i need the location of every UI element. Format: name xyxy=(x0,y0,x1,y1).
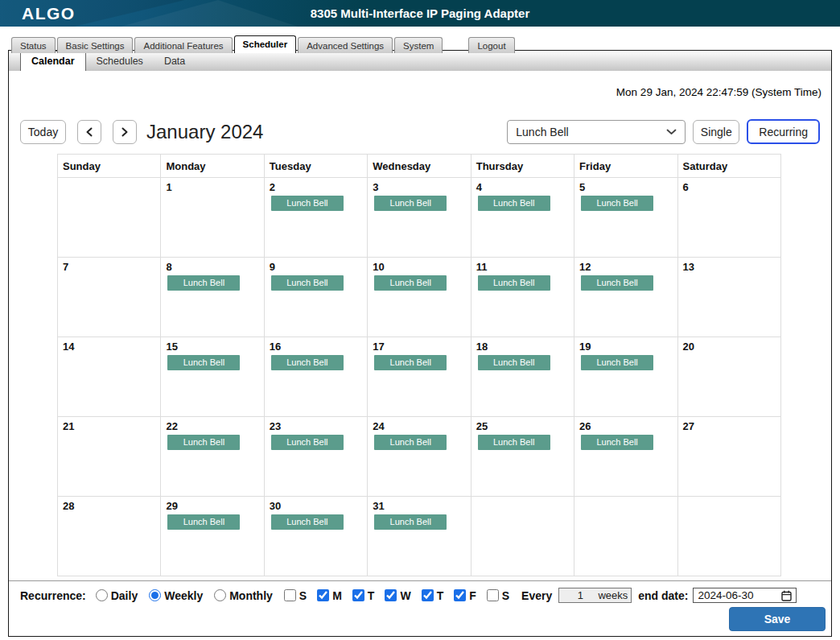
tab-basic-settings[interactable]: Basic Settings xyxy=(57,37,134,53)
recurrence-day-2[interactable]: T xyxy=(352,589,375,602)
every-weeks-input[interactable]: 1 weeks xyxy=(558,588,632,603)
tab-status[interactable]: Status xyxy=(11,37,56,53)
event-chip[interactable]: Lunch Bell xyxy=(478,196,550,211)
calendar-day-cell[interactable]: 16Lunch Bell xyxy=(264,337,367,417)
day-checkbox-1[interactable] xyxy=(317,589,329,601)
today-button[interactable]: Today xyxy=(20,120,66,144)
calendar-day-cell[interactable]: 19Lunch Bell xyxy=(574,337,677,417)
recurrence-day-0[interactable]: S xyxy=(284,589,307,602)
calendar-day-cell[interactable]: 30Lunch Bell xyxy=(264,497,367,576)
next-month-button[interactable] xyxy=(113,120,137,144)
radio-monthly[interactable] xyxy=(214,589,226,601)
recurrence-day-3[interactable]: W xyxy=(385,589,410,602)
calendar-day-cell[interactable]: 11Lunch Bell xyxy=(471,258,574,337)
event-chip[interactable]: Lunch Bell xyxy=(374,514,447,530)
calendar-day-cell[interactable]: 23Lunch Bell xyxy=(264,417,367,497)
calendar-day-cell[interactable]: 25Lunch Bell xyxy=(471,417,574,497)
day-checkbox-4[interactable] xyxy=(422,589,434,601)
event-chip[interactable]: Lunch Bell xyxy=(271,514,344,530)
tab-system[interactable]: System xyxy=(394,37,443,53)
calendar-day-cell[interactable]: 26Lunch Bell xyxy=(574,417,677,497)
event-chip[interactable]: Lunch Bell xyxy=(271,355,344,370)
calendar-day-cell[interactable]: 31Lunch Bell xyxy=(368,497,471,576)
calendar-day-cell[interactable]: 4Lunch Bell xyxy=(471,178,574,258)
tab-advanced-settings[interactable]: Advanced Settings xyxy=(298,37,393,53)
calendar-day-cell[interactable]: 29Lunch Bell xyxy=(161,497,264,576)
event-chip[interactable]: Lunch Bell xyxy=(167,435,240,450)
calendar-day-cell[interactable] xyxy=(574,497,677,576)
recurrence-option-daily[interactable]: Daily xyxy=(96,589,138,602)
calendar-day-cell[interactable]: 6 xyxy=(677,178,780,258)
event-chip[interactable]: Lunch Bell xyxy=(167,514,240,530)
calendar-day-cell[interactable]: 3Lunch Bell xyxy=(368,178,471,258)
event-chip[interactable]: Lunch Bell xyxy=(581,355,653,370)
calendar-day-cell[interactable] xyxy=(677,497,780,576)
event-chip[interactable]: Lunch Bell xyxy=(478,275,550,291)
event-chip[interactable]: Lunch Bell xyxy=(167,355,240,370)
day-checkbox-5[interactable] xyxy=(454,589,466,601)
tab-scheduler[interactable]: Scheduler xyxy=(234,35,297,53)
subtab-calendar[interactable]: Calendar xyxy=(20,51,86,71)
day-header-sunday: Sunday xyxy=(58,155,161,178)
event-chip[interactable]: Lunch Bell xyxy=(271,196,344,211)
calendar-day-cell[interactable]: 8Lunch Bell xyxy=(161,258,264,337)
calendar-day-cell[interactable]: 13 xyxy=(677,258,780,337)
end-date-input[interactable]: 2024-06-30 xyxy=(693,588,797,603)
calendar-body: 12Lunch Bell3Lunch Bell4Lunch Bell5Lunch… xyxy=(58,178,781,576)
event-chip[interactable]: Lunch Bell xyxy=(374,196,447,211)
calendar-day-cell[interactable]: 12Lunch Bell xyxy=(574,258,677,337)
calendar-day-cell[interactable]: 20 xyxy=(677,337,780,417)
recurrence-day-6[interactable]: S xyxy=(487,589,509,602)
event-chip[interactable]: Lunch Bell xyxy=(478,435,550,450)
event-chip[interactable]: Lunch Bell xyxy=(581,435,653,450)
calendar-day-cell[interactable]: 14 xyxy=(58,337,161,417)
event-select[interactable]: Lunch Bell xyxy=(507,120,686,144)
calendar-day-cell[interactable]: 7 xyxy=(58,258,161,337)
recurrence-day-1[interactable]: M xyxy=(317,589,342,602)
recurrence-day-5[interactable]: F xyxy=(454,589,476,602)
day-checkbox-3[interactable] xyxy=(385,589,397,601)
event-chip[interactable]: Lunch Bell xyxy=(271,275,344,291)
event-chip[interactable]: Lunch Bell xyxy=(374,275,447,291)
subtab-data[interactable]: Data xyxy=(154,51,196,71)
radio-weekly[interactable] xyxy=(149,589,161,601)
event-chip[interactable]: Lunch Bell xyxy=(581,275,653,291)
recurring-button[interactable]: Recurring xyxy=(747,119,820,144)
calendar-day-cell[interactable]: 15Lunch Bell xyxy=(161,337,264,417)
calendar-day-cell[interactable]: 22Lunch Bell xyxy=(161,417,264,497)
calendar-day-cell[interactable]: 21 xyxy=(58,417,161,497)
calendar-day-cell[interactable]: 1 xyxy=(161,178,264,258)
calendar-icon[interactable] xyxy=(781,590,792,601)
event-chip[interactable]: Lunch Bell xyxy=(374,435,447,450)
radio-daily[interactable] xyxy=(96,589,108,601)
calendar-day-cell[interactable]: 27 xyxy=(677,417,780,497)
calendar-day-cell[interactable] xyxy=(58,178,161,258)
single-button[interactable]: Single xyxy=(693,120,739,144)
day-checkbox-6[interactable] xyxy=(487,589,499,601)
recurrence-option-monthly[interactable]: Monthly xyxy=(214,589,273,602)
calendar-day-cell[interactable]: 17Lunch Bell xyxy=(368,337,471,417)
calendar-day-cell[interactable]: 10Lunch Bell xyxy=(368,258,471,337)
prev-month-button[interactable] xyxy=(77,120,101,144)
calendar-day-cell[interactable] xyxy=(471,497,574,576)
calendar-day-cell[interactable]: 24Lunch Bell xyxy=(368,417,471,497)
tab-logout[interactable]: Logout xyxy=(468,37,514,53)
recurrence-option-weekly[interactable]: Weekly xyxy=(149,589,203,602)
recurrence-day-4[interactable]: T xyxy=(422,589,444,602)
calendar-day-cell[interactable]: 28 xyxy=(58,497,161,576)
calendar-day-cell[interactable]: 18Lunch Bell xyxy=(471,337,574,417)
save-button[interactable]: Save xyxy=(729,607,826,631)
event-chip[interactable]: Lunch Bell xyxy=(167,275,240,291)
calendar-day-cell[interactable]: 5Lunch Bell xyxy=(574,178,677,258)
subtab-schedules[interactable]: Schedules xyxy=(86,51,154,71)
day-checkbox-0[interactable] xyxy=(284,589,296,601)
event-chip[interactable]: Lunch Bell xyxy=(478,355,550,370)
tab-additional-features[interactable]: Additional Features xyxy=(134,37,232,53)
event-chip[interactable]: Lunch Bell xyxy=(271,435,344,450)
event-chip[interactable]: Lunch Bell xyxy=(581,196,653,211)
calendar-day-cell[interactable]: 9Lunch Bell xyxy=(264,258,367,337)
calendar-header-row: SundayMondayTuesdayWednesdayThursdayFrid… xyxy=(58,155,781,178)
event-chip[interactable]: Lunch Bell xyxy=(374,355,447,370)
day-checkbox-2[interactable] xyxy=(352,589,364,601)
calendar-day-cell[interactable]: 2Lunch Bell xyxy=(264,178,367,258)
